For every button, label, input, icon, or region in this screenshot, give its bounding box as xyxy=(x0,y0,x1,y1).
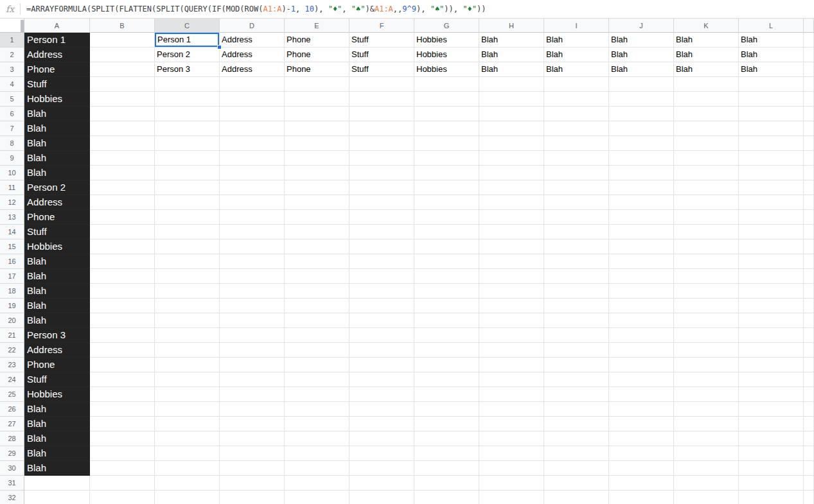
cell-J19[interactable] xyxy=(609,299,674,313)
cell-H11[interactable] xyxy=(479,180,544,195)
cell-C1[interactable]: Person 1 xyxy=(155,33,220,48)
cell-K13[interactable] xyxy=(674,210,739,225)
cell-K29[interactable] xyxy=(674,446,739,461)
cell-J8[interactable] xyxy=(609,136,674,151)
cell-B15[interactable] xyxy=(90,239,155,254)
cell-C15[interactable] xyxy=(155,239,220,254)
cell-B24[interactable] xyxy=(90,372,155,387)
cell-A15[interactable]: Hobbies xyxy=(24,239,90,254)
cell-L28[interactable] xyxy=(739,431,804,446)
column-header-D[interactable]: D xyxy=(220,19,285,33)
cell-L1[interactable]: Blah xyxy=(739,33,804,48)
cell-F29[interactable] xyxy=(349,446,414,461)
cell-C21[interactable] xyxy=(155,328,220,343)
cell-C22[interactable] xyxy=(155,343,220,358)
row-header-32[interactable]: 32 xyxy=(0,491,24,504)
cell-E18[interactable] xyxy=(285,284,349,299)
cell-E15[interactable] xyxy=(285,239,349,254)
cell-A20[interactable]: Blah xyxy=(24,313,90,328)
cell-F31[interactable] xyxy=(349,476,414,491)
cell-A25[interactable]: Hobbies xyxy=(24,387,90,402)
cell-L9[interactable] xyxy=(739,151,804,166)
cell-G1[interactable]: Hobbies xyxy=(414,33,479,48)
row-header-28[interactable]: 28 xyxy=(0,431,24,446)
cell-G22[interactable] xyxy=(414,343,479,358)
cell-A7[interactable]: Blah xyxy=(24,121,90,136)
cell-A14[interactable]: Stuff xyxy=(24,225,90,239)
cell-E19[interactable] xyxy=(285,299,349,313)
cell-B1[interactable] xyxy=(90,33,155,48)
cell-D13[interactable] xyxy=(220,210,285,225)
row-header-29[interactable]: 29 xyxy=(0,446,24,461)
cell-J23[interactable] xyxy=(609,358,674,372)
cell-C30[interactable] xyxy=(155,461,220,476)
cell-K32[interactable] xyxy=(674,491,739,504)
cell-D23[interactable] xyxy=(220,358,285,372)
cell-I29[interactable] xyxy=(544,446,609,461)
cell-D31[interactable] xyxy=(220,476,285,491)
cell-G31[interactable] xyxy=(414,476,479,491)
cell-B14[interactable] xyxy=(90,225,155,239)
cell-F6[interactable] xyxy=(349,107,414,121)
cell-B2[interactable] xyxy=(90,48,155,62)
cell-C16[interactable] xyxy=(155,254,220,269)
cell-F5[interactable] xyxy=(349,92,414,107)
cell-I10[interactable] xyxy=(544,166,609,180)
cell-D8[interactable] xyxy=(220,136,285,151)
row-header-20[interactable]: 20 xyxy=(0,313,24,328)
cell-F32[interactable] xyxy=(349,491,414,504)
cell-E27[interactable] xyxy=(285,417,349,431)
cell-H5[interactable] xyxy=(479,92,544,107)
column-header-K[interactable]: K xyxy=(674,19,739,33)
cell-H7[interactable] xyxy=(479,121,544,136)
cell-D21[interactable] xyxy=(220,328,285,343)
cell-G32[interactable] xyxy=(414,491,479,504)
row-header-31[interactable]: 31 xyxy=(0,476,24,491)
cell-F25[interactable] xyxy=(349,387,414,402)
cell-E11[interactable] xyxy=(285,180,349,195)
cell-D3[interactable]: Address xyxy=(220,62,285,77)
select-all-corner[interactable] xyxy=(0,19,24,33)
cell-H21[interactable] xyxy=(479,328,544,343)
cell-E5[interactable] xyxy=(285,92,349,107)
cell-L13[interactable] xyxy=(739,210,804,225)
cell-L21[interactable] xyxy=(739,328,804,343)
row-header-12[interactable]: 12 xyxy=(0,195,24,210)
cell-J4[interactable] xyxy=(609,77,674,92)
cell-B21[interactable] xyxy=(90,328,155,343)
cell-A11[interactable]: Person 2 xyxy=(24,180,90,195)
cell-L19[interactable] xyxy=(739,299,804,313)
cell-J2[interactable]: Blah xyxy=(609,48,674,62)
cell-C2[interactable]: Person 2 xyxy=(155,48,220,62)
cell-B30[interactable] xyxy=(90,461,155,476)
cell-L3[interactable]: Blah xyxy=(739,62,804,77)
cell-L12[interactable] xyxy=(739,195,804,210)
cell-G6[interactable] xyxy=(414,107,479,121)
cell-F13[interactable] xyxy=(349,210,414,225)
cell-F1[interactable]: Stuff xyxy=(349,33,414,48)
cell-K9[interactable] xyxy=(674,151,739,166)
cell-B12[interactable] xyxy=(90,195,155,210)
cell-C14[interactable] xyxy=(155,225,220,239)
cell-I7[interactable] xyxy=(544,121,609,136)
cell-H16[interactable] xyxy=(479,254,544,269)
cell-D24[interactable] xyxy=(220,372,285,387)
cell-I32[interactable] xyxy=(544,491,609,504)
cell-L7[interactable] xyxy=(739,121,804,136)
cell-K19[interactable] xyxy=(674,299,739,313)
cell-I4[interactable] xyxy=(544,77,609,92)
row-header-30[interactable]: 30 xyxy=(0,461,24,476)
cell-J24[interactable] xyxy=(609,372,674,387)
cell-I5[interactable] xyxy=(544,92,609,107)
cell-G30[interactable] xyxy=(414,461,479,476)
row-header-4[interactable]: 4 xyxy=(0,77,24,92)
cell-C6[interactable] xyxy=(155,107,220,121)
cell-E13[interactable] xyxy=(285,210,349,225)
row-header-1[interactable]: 1 xyxy=(0,33,24,48)
cell-I22[interactable] xyxy=(544,343,609,358)
cell-B7[interactable] xyxy=(90,121,155,136)
cell-J18[interactable] xyxy=(609,284,674,299)
row-header-27[interactable]: 27 xyxy=(0,417,24,431)
cell-C23[interactable] xyxy=(155,358,220,372)
cell-A26[interactable]: Blah xyxy=(24,402,90,417)
